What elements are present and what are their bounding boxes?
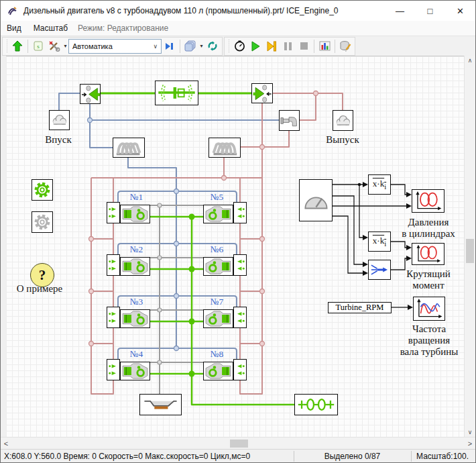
oil-pan-block[interactable]	[139, 394, 182, 415]
gear-green-icon	[33, 181, 52, 199]
piston-crank-icon	[121, 363, 149, 379]
cylinder-port-box[interactable]	[107, 307, 120, 328]
mode-combobox[interactable]: Автоматика ∨	[68, 39, 162, 54]
maximize-button[interactable]: □	[415, 1, 445, 21]
exhaust-boundary-block[interactable]	[333, 110, 353, 131]
wastegate-valve-block[interactable]	[279, 110, 300, 131]
scroll-right-arrow-icon[interactable]: >	[465, 438, 475, 450]
database-edit-button[interactable]	[337, 39, 353, 54]
mux-block[interactable]	[368, 260, 391, 280]
cylinder-port-box[interactable]	[107, 254, 120, 276]
scope-torque-block[interactable]	[412, 243, 444, 265]
cylinder-block[interactable]	[120, 257, 150, 276]
intake-boundary-block[interactable]	[49, 110, 70, 130]
step-to-end-button[interactable]	[162, 39, 178, 54]
refresh-button[interactable]	[204, 39, 221, 54]
turbine-block[interactable]	[251, 83, 273, 103]
run-button[interactable]	[247, 39, 263, 54]
layers-button[interactable]	[182, 39, 198, 54]
scroll-up-arrow-icon[interactable]: ∧	[465, 56, 475, 65]
stopwatch-icon	[234, 40, 245, 52]
tools-button[interactable]	[46, 39, 62, 54]
timer-button[interactable]	[231, 39, 247, 54]
cylinder-block[interactable]	[120, 205, 150, 223]
piston-crank-icon	[204, 311, 232, 327]
cylinder-number-label: №6	[202, 244, 232, 255]
scope-turbine-block[interactable]	[413, 297, 445, 321]
crankshaft-block[interactable]	[294, 394, 338, 415]
cylinder-number-label: №2	[121, 244, 152, 255]
script-icon: s	[34, 41, 44, 52]
cylinder-block[interactable]	[203, 205, 233, 223]
horizontal-scroll-thumb[interactable]	[230, 440, 248, 448]
compressor-icon	[81, 85, 100, 103]
layers-dropdown-arrow[interactable]: ▾	[198, 43, 204, 49]
piston-crank-icon	[204, 206, 232, 222]
cylinder-block[interactable]	[120, 362, 150, 380]
cylinder-block[interactable]	[203, 257, 233, 276]
stop-button[interactable]	[296, 39, 312, 54]
scroll-left-arrow-icon[interactable]: <	[1, 438, 11, 450]
refresh-icon	[207, 41, 218, 51]
settings-gray-block[interactable]	[32, 211, 53, 233]
piston-crank-icon	[121, 311, 149, 327]
scope-pressure-block[interactable]	[412, 189, 444, 213]
settings-green-block[interactable]	[32, 179, 53, 201]
up-level-button[interactable]	[9, 39, 25, 54]
mode-combobox-value: Автоматика	[72, 42, 113, 50]
vertical-scrollbar[interactable]: ∧ ∨	[464, 56, 475, 437]
scope-icon	[413, 191, 443, 211]
port-arrows-icon	[235, 308, 245, 327]
minimize-button[interactable]: —	[385, 1, 415, 21]
vertical-scroll-thumb[interactable]	[466, 239, 474, 263]
compressor-block[interactable]	[80, 84, 101, 104]
pause-button[interactable]	[280, 39, 296, 54]
port-arrows-icon	[108, 203, 119, 222]
bar-chart-icon	[319, 41, 331, 52]
toolbar-grip-2[interactable]	[227, 40, 230, 53]
torque-scope-label: Крутящиймомент	[388, 268, 465, 291]
piston-crank-icon	[204, 363, 232, 379]
gauge-block[interactable]	[299, 179, 333, 221]
toolbar: s ▾ Автоматика ∨	[1, 36, 475, 56]
exhaust-manifold-block[interactable]	[209, 138, 241, 158]
pipe-tee-icon	[280, 111, 298, 130]
run-fast-button[interactable]	[263, 39, 280, 54]
scope-curves-icon	[414, 298, 444, 319]
intake-manifold-block[interactable]	[113, 138, 145, 158]
cylinder-block[interactable]	[120, 309, 150, 328]
combobox-chevron-icon: ∨	[153, 43, 161, 50]
gain-block-torque[interactable]: x·ki	[368, 232, 391, 252]
piston-crank-icon	[121, 258, 149, 274]
cylinder-port-box[interactable]	[233, 254, 247, 276]
toolbar-grip[interactable]	[5, 40, 8, 53]
gear-gray-icon	[33, 213, 52, 232]
gain-block-pressure[interactable]: x·ki	[368, 174, 391, 195]
turbo-shaft-block[interactable]	[155, 81, 198, 105]
turbine-rpm-variable-block[interactable]: Turbine_RPM	[328, 302, 392, 313]
port-arrows-icon	[108, 360, 119, 379]
scope-icon	[413, 244, 443, 264]
menu-view[interactable]: Вид	[1, 23, 27, 33]
cylinder-port-box[interactable]	[107, 359, 120, 380]
horizontal-scrollbar[interactable]: < >	[1, 437, 475, 450]
cylinder-block[interactable]	[203, 309, 233, 328]
cylinder-block[interactable]	[203, 362, 233, 380]
port-arrows-icon	[235, 360, 245, 379]
menu-scale[interactable]: Масштаб	[27, 23, 74, 33]
schematic-canvas[interactable]: Впуск Выпуск	[6, 56, 465, 438]
tools-dropdown-arrow[interactable]: ▾	[62, 43, 68, 49]
status-selected-count: Выделено 0/87	[294, 452, 411, 461]
port-arrows-icon	[108, 308, 119, 327]
cylinder-port-box[interactable]	[233, 359, 247, 380]
piston-crank-icon	[204, 258, 232, 274]
cylinder-port-box[interactable]	[107, 202, 120, 223]
cylinder-port-box[interactable]	[233, 202, 247, 223]
scroll-down-arrow-icon[interactable]: ∨	[465, 427, 475, 437]
cylinder-port-box[interactable]	[233, 307, 247, 328]
script-button[interactable]: s	[30, 39, 46, 54]
close-button[interactable]: ✕	[445, 1, 475, 21]
menu-bar: Вид Масштаб Режим: Редактирование	[1, 21, 475, 36]
charts-button[interactable]	[316, 39, 333, 54]
svg-text:s: s	[37, 43, 40, 50]
